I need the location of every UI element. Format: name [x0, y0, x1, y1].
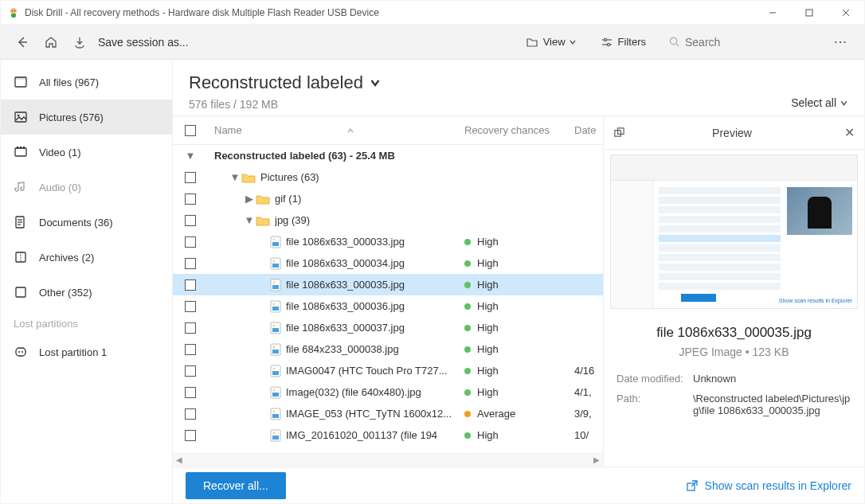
sidebar-label: Video (1)	[39, 147, 81, 158]
row-checkbox[interactable]	[185, 236, 196, 248]
file-row[interactable]: IMAG0047 (HTC Touch Pro T727...High4/16	[173, 360, 603, 381]
svg-rect-61	[272, 436, 279, 440]
folder-name: Pictures (63)	[260, 171, 319, 183]
table-header: Name Recovery chances Date	[173, 116, 603, 145]
file-row[interactable]: file 1086x633_000034.jpgHigh	[173, 252, 603, 274]
file-date: 10/	[571, 429, 603, 441]
column-date[interactable]: Date	[571, 124, 603, 136]
sidebar-item[interactable]: Audio (0)	[1, 170, 172, 205]
sidebar-item[interactable]: Documents (36)	[1, 205, 172, 240]
select-all-checkbox[interactable]	[185, 125, 196, 136]
file-row[interactable]: file 1086x633_000035.jpgHigh	[173, 274, 603, 295]
row-checkbox[interactable]	[185, 279, 196, 291]
folder-name: gif (1)	[275, 193, 301, 205]
file-row[interactable]: file 684x233_000038.jpgHigh	[173, 338, 603, 360]
chevron-down-icon	[840, 99, 848, 107]
group-header-row[interactable]: ▼Reconstructed labeled (63) - 25.4 MB	[173, 145, 603, 166]
more-button[interactable]: ···	[828, 29, 855, 56]
row-checkbox[interactable]	[185, 193, 196, 205]
preview-panel: Preview ✕ S	[603, 116, 864, 467]
sidebar-item[interactable]: Other (352)	[1, 275, 172, 310]
column-name[interactable]: Name	[208, 124, 460, 136]
collapse-icon[interactable]: ▼	[243, 214, 256, 226]
svg-point-38	[273, 260, 275, 262]
recovery-label: Average	[477, 408, 515, 420]
arrow-left-icon	[15, 35, 29, 49]
sidebar-item[interactable]: All files (967)	[1, 64, 172, 100]
folder-row[interactable]: ▼Pictures (63)	[173, 166, 603, 188]
save-session-label[interactable]: Save session as...	[98, 36, 189, 49]
sidebar-item[interactable]: Pictures (576)	[1, 100, 172, 135]
pop-out-button[interactable]	[613, 127, 625, 139]
home-icon	[44, 35, 58, 49]
file-row[interactable]: file 1086x633_000036.jpgHigh	[173, 295, 603, 317]
minimize-button[interactable]	[754, 1, 791, 25]
select-all-menu[interactable]: Select all	[791, 72, 848, 109]
svg-rect-1	[11, 14, 16, 18]
filters-button[interactable]: Filters	[593, 31, 654, 53]
recover-all-button[interactable]: Recover all...	[186, 472, 286, 499]
file-name: file 1086x633_000036.jpg	[286, 300, 405, 312]
preview-close-button[interactable]: ✕	[839, 125, 855, 140]
sidebar-label: All files (967)	[39, 76, 99, 88]
sidebar-item[interactable]: Video (1)	[1, 135, 172, 170]
preview-image[interactable]: Show scan results in Explorer	[610, 154, 858, 309]
back-button[interactable]	[9, 29, 36, 56]
row-checkbox[interactable]	[185, 172, 196, 183]
row-checkbox[interactable]	[185, 430, 196, 441]
expand-icon[interactable]: ▶	[243, 193, 256, 205]
show-in-explorer-link[interactable]: Show scan results in Explorer	[686, 479, 851, 492]
file-icon	[270, 365, 281, 377]
file-row[interactable]: file 1086x633_000037.jpgHigh	[173, 317, 603, 338]
collapse-icon[interactable]: ▼	[229, 171, 241, 183]
svg-point-11	[604, 38, 606, 41]
svg-point-50	[273, 346, 275, 348]
folder-row[interactable]: ▼jpg (39)	[173, 209, 603, 231]
save-session-button[interactable]	[66, 29, 93, 56]
file-row[interactable]: IMAGE_053 (HTC_TyTN 1600x12...Average3/9…	[173, 403, 603, 424]
column-recovery[interactable]: Recovery chances	[460, 124, 571, 136]
row-checkbox[interactable]	[185, 258, 196, 269]
sidebar: All files (967)Pictures (576)Video (1)Au…	[1, 60, 173, 503]
svg-point-18	[18, 115, 20, 117]
folder-row[interactable]: ▶gif (1)	[173, 188, 603, 209]
svg-rect-46	[272, 328, 279, 332]
field-label: Path:	[616, 393, 693, 404]
recovery-label: High	[477, 365, 499, 377]
svg-point-32	[22, 351, 23, 353]
row-checkbox[interactable]	[185, 344, 196, 355]
file-name: IMG_20161020_001137 (file 194	[286, 429, 437, 441]
file-row[interactable]: file 1086x633_000033.jpgHigh	[173, 231, 603, 252]
row-checkbox[interactable]	[185, 301, 196, 312]
search-box[interactable]	[662, 33, 821, 52]
svg-point-53	[273, 368, 275, 369]
partition-icon	[14, 345, 28, 359]
sidebar-icon	[14, 250, 28, 264]
sidebar-item[interactable]: Archives (2)	[1, 240, 172, 275]
svg-rect-19	[15, 148, 26, 156]
file-row[interactable]: IMG_20161020_001137 (file 194High10/	[173, 424, 603, 446]
row-checkbox[interactable]	[185, 322, 196, 334]
svg-rect-49	[272, 350, 279, 354]
view-menu-button[interactable]: View	[518, 31, 589, 53]
home-button[interactable]	[37, 29, 65, 56]
search-input[interactable]	[685, 36, 804, 49]
folder-icon	[256, 215, 270, 226]
row-checkbox[interactable]	[185, 387, 196, 398]
preview-filetype: JPEG Image • 123 KB	[612, 346, 856, 358]
content-title[interactable]: Reconstructed labeled	[189, 72, 382, 93]
sidebar-icon	[14, 75, 28, 89]
svg-point-0	[10, 8, 17, 14]
horizontal-scrollbar[interactable]: ◀ ▶	[173, 453, 603, 467]
collapse-icon[interactable]: ▼	[184, 150, 197, 162]
row-checkbox[interactable]	[185, 215, 196, 226]
svg-point-41	[273, 282, 275, 283]
row-checkbox[interactable]	[185, 365, 196, 377]
row-checkbox[interactable]	[185, 408, 196, 420]
close-button[interactable]	[828, 1, 864, 25]
file-row[interactable]: Image(032) (file 640x480).jpgHigh4/1,	[173, 381, 603, 403]
file-name: file 1086x633_000033.jpg	[286, 236, 405, 248]
file-date: 4/1,	[571, 386, 603, 398]
sidebar-item-lost-partition[interactable]: Lost partition 1	[1, 334, 172, 369]
maximize-button[interactable]	[791, 1, 828, 25]
